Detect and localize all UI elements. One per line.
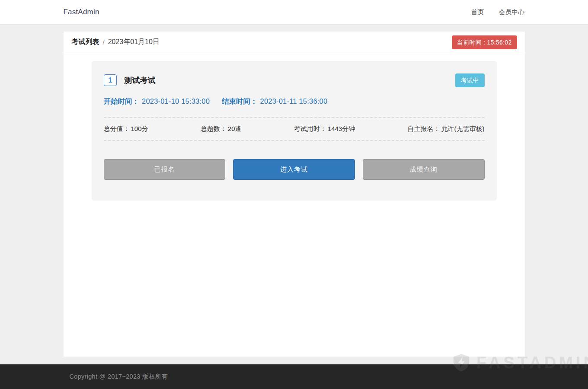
breadcrumb-date: 2023年01月10日	[108, 38, 160, 47]
stat-duration-label: 考试用时：	[294, 125, 326, 132]
stat-duration: 考试用时：1443分钟	[294, 125, 355, 133]
start-time-label: 开始时间：	[104, 96, 140, 106]
exam-button-row: 已报名 进入考试 成绩查询	[104, 159, 485, 180]
nav-item-home[interactable]: 首页	[471, 8, 484, 16]
stat-total-score-label: 总分值：	[104, 125, 130, 132]
nav-item-member-center[interactable]: 会员中心	[499, 8, 525, 16]
stat-self-registration-label: 自主报名：	[407, 125, 440, 132]
breadcrumb: 考试列表 / 2023年01月10日	[72, 38, 160, 47]
copyright-text: Copyright @ 2017~2023 版权所有	[70, 373, 168, 380]
stat-duration-value: 1443分钟	[328, 125, 355, 132]
end-time-value: 2023-01-11 15:36:00	[260, 96, 328, 106]
start-time-value: 2023-01-10 15:33:00	[142, 96, 210, 106]
breadcrumb-title: 考试列表	[72, 38, 99, 47]
brand-logo[interactable]: FastAdmin	[64, 8, 99, 16]
stat-total-score-value: 100分	[131, 125, 148, 132]
stat-question-count-value: 20道	[228, 125, 242, 132]
exam-stats-row: 总分值：100分 总题数：20道 考试用时：1443分钟 自主报名：允许(无需审…	[104, 118, 485, 141]
page-footer: Copyright @ 2017~2023 版权所有	[0, 364, 588, 389]
main-panel: 考试列表 / 2023年01月10日 当前时间 : 15:56:02 1 测试考…	[64, 32, 525, 357]
stat-question-count: 总题数：20道	[201, 125, 242, 133]
score-query-button[interactable]: 成绩查询	[363, 159, 485, 180]
exam-card: 1 测试考试 考试中 开始时间： 2023-01-10 15:33:00 结束时…	[92, 61, 497, 201]
breadcrumb-bar: 考试列表 / 2023年01月10日 当前时间 : 15:56:02	[64, 32, 525, 53]
stat-self-registration: 自主报名：允许(无需审核)	[407, 125, 484, 133]
stat-self-registration-value: 允许(无需审核)	[441, 125, 484, 132]
exam-status-badge: 考试中	[455, 73, 485, 87]
end-time-label: 结束时间：	[222, 96, 258, 106]
exam-card-header: 1 测试考试 考试中	[104, 73, 485, 87]
stat-total-score: 总分值：100分	[104, 125, 148, 133]
enter-exam-button[interactable]: 进入考试	[233, 159, 355, 180]
exam-index-badge: 1	[104, 74, 117, 86]
exam-title: 测试考试	[124, 75, 155, 86]
stat-question-count-label: 总题数：	[201, 125, 227, 132]
exam-time-row: 开始时间： 2023-01-10 15:33:00 结束时间： 2023-01-…	[104, 96, 485, 106]
current-time-badge: 当前时间 : 15:56:02	[452, 35, 517, 49]
registered-button[interactable]: 已报名	[104, 159, 226, 180]
top-header: FastAdmin 首页 会员中心	[0, 0, 588, 25]
breadcrumb-separator: /	[103, 38, 105, 46]
top-nav: 首页 会员中心	[471, 8, 525, 16]
